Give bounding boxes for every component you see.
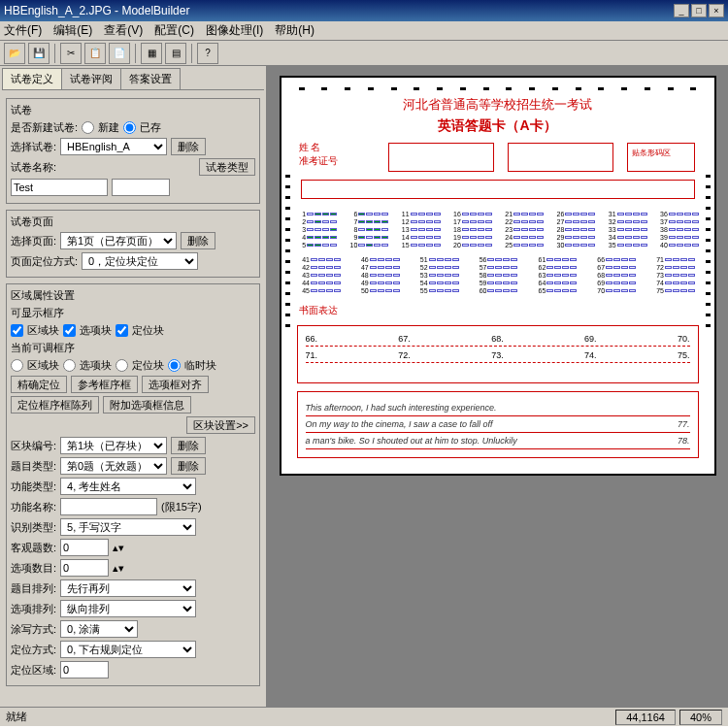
add-option-button[interactable]: 附加选项框信息 xyxy=(103,396,191,414)
status-ready: 就绪 xyxy=(6,710,27,724)
page-locate-select[interactable]: 0，定位块定位 xyxy=(82,252,198,270)
window-title: HBEnglish_A_2.JPG - ModelBuilder xyxy=(4,4,674,17)
func-name-input[interactable] xyxy=(60,498,157,515)
q-type-label: 题目类型: xyxy=(11,459,56,474)
side-marks-left xyxy=(285,175,290,327)
paper-group: 试卷 是否新建试卷: 新建 已存 选择试卷: HBEnglish_A 删除 试卷… xyxy=(6,98,260,204)
smear-select[interactable]: 0, 涂满 xyxy=(60,620,138,638)
page-group-title: 试卷页面 xyxy=(11,215,255,229)
rb-temp[interactable] xyxy=(168,359,181,372)
open-icon[interactable]: 📂 xyxy=(4,43,25,64)
tab-definition[interactable]: 试卷定义 xyxy=(2,68,62,89)
q-type-select[interactable]: 第0题（无效题） xyxy=(60,457,167,475)
rb-option[interactable] xyxy=(63,359,76,372)
spinner-icon[interactable]: ▴▾ xyxy=(113,562,124,575)
tool2-icon[interactable]: ▤ xyxy=(165,43,186,64)
tool-icon[interactable]: ▦ xyxy=(141,43,162,64)
area-num-label: 区块编号: xyxy=(11,439,56,453)
menu-image[interactable]: 图像处理(I) xyxy=(206,22,263,39)
toolbar: 📂 💾 ✂ 📋 📄 ▦ ▤ ? xyxy=(0,41,728,66)
menu-help[interactable]: 帮助(H) xyxy=(275,22,314,39)
paper-group-title: 试卷 xyxy=(11,103,255,117)
delete-area-button[interactable]: 删除 xyxy=(171,437,206,454)
tab-answer[interactable]: 答案设置 xyxy=(120,68,181,89)
rb-area[interactable] xyxy=(11,359,23,372)
recog-type-label: 识别类型: xyxy=(11,520,56,535)
page-locate-label: 页面定位方式: xyxy=(11,254,78,269)
essay-area: This afternoon, I had such interesting e… xyxy=(297,391,699,458)
locate-mode-select[interactable]: 0, 下右规则定位 xyxy=(60,641,196,658)
area-group: 区域属性设置 可显示框序 区域块 选项块 定位块 当前可调框序 区域块 选项块 … xyxy=(6,283,260,686)
cb-option-block[interactable] xyxy=(63,324,76,337)
save-icon[interactable]: 💾 xyxy=(28,43,50,64)
spinner-icon[interactable]: ▴▾ xyxy=(113,542,124,554)
bubble-block: 4142434445 xyxy=(300,256,341,294)
obj-q-input[interactable] xyxy=(60,539,109,556)
paper-name-label: 试卷名称: xyxy=(11,160,56,175)
preview-pane[interactable]: 河北省普通高等学校招生统一考试 英语答题卡（A卡） 姓 名 准考证号 贴条形码区 xyxy=(267,66,728,707)
func-type-label: 功能类型: xyxy=(11,480,56,494)
help-icon[interactable]: ? xyxy=(197,43,218,64)
show-frame-label: 可显示框序 xyxy=(11,306,64,320)
bubble-block: 12345 xyxy=(296,211,337,248)
func-name-hint: (限15字) xyxy=(161,500,202,514)
status-coords: 44,1164 xyxy=(615,710,676,725)
select-paper[interactable]: HBEnglish_A xyxy=(60,138,167,155)
locate-seq-button[interactable]: 定位框序框陈列 xyxy=(11,396,99,414)
recog-type-select[interactable]: 5, 手写汉字 xyxy=(60,518,196,536)
func-name-label: 功能名称: xyxy=(11,500,56,514)
barcode-box: 贴条形码区 xyxy=(627,143,695,172)
bubble-block: 1617181920 xyxy=(451,211,492,248)
paper-name-ext[interactable] xyxy=(112,179,170,196)
paper-name-input[interactable] xyxy=(11,179,108,196)
menu-view[interactable]: 查看(V) xyxy=(104,22,143,39)
cut-icon[interactable]: ✂ xyxy=(60,43,82,64)
adjust-frame-label: 当前可调框序 xyxy=(11,341,75,355)
bubble-block: 678910 xyxy=(347,211,388,248)
bubble-block: 5657585960 xyxy=(477,256,517,294)
bubble-block: 2627282930 xyxy=(554,211,595,248)
align-option-button[interactable]: 选项框对齐 xyxy=(142,376,209,393)
sidebar: 试卷定义 试卷评阅 答案设置 试卷 是否新建试卷: 新建 已存 选择试卷: HB… xyxy=(0,66,267,707)
locate-area-input[interactable] xyxy=(60,661,109,678)
q-arrange-select[interactable]: 先行再列 xyxy=(60,579,196,597)
tab-review[interactable]: 试卷评阅 xyxy=(61,68,121,89)
cb-locate-block[interactable] xyxy=(116,324,128,337)
close-button[interactable]: × xyxy=(709,4,724,17)
info-box-2 xyxy=(508,143,613,172)
timing-marks-top xyxy=(289,85,707,92)
opt-arrange-label: 选项排列: xyxy=(11,602,56,616)
minimize-button[interactable]: _ xyxy=(674,4,689,17)
menu-config[interactable]: 配置(C) xyxy=(154,22,194,39)
paper-type-button[interactable]: 试卷类型 xyxy=(199,158,255,176)
bubble-block: 6667686970 xyxy=(595,256,636,294)
select-page[interactable]: 第1页（已存页面） xyxy=(60,232,177,249)
select-page-label: 选择页面: xyxy=(11,234,56,248)
copy-icon[interactable]: 📋 xyxy=(84,43,106,64)
precise-locate-button[interactable]: 精确定位 xyxy=(11,376,67,393)
opt-arrange-select[interactable]: 纵向排列 xyxy=(60,600,196,617)
option-num-input[interactable] xyxy=(60,559,109,577)
delete-q-button[interactable]: 删除 xyxy=(171,457,206,475)
radio-exist[interactable] xyxy=(123,121,136,134)
title-bar: HBEnglish_A_2.JPG - ModelBuilder _ □ × xyxy=(0,0,728,21)
maximize-button[interactable]: □ xyxy=(691,4,707,17)
select-paper-label: 选择试卷: xyxy=(11,140,56,154)
func-type-select[interactable]: 4, 考生姓名 xyxy=(60,478,196,495)
cb-area-block[interactable] xyxy=(11,324,23,337)
bubble-block: 3637383940 xyxy=(658,211,699,248)
ref-frame-button[interactable]: 参考框序框 xyxy=(71,376,138,393)
bubble-block: 3132333435 xyxy=(607,211,647,248)
page-group: 试卷页面 选择页面: 第1页（已存页面） 删除 页面定位方式: 0，定位块定位 xyxy=(6,210,260,278)
delete-button[interactable]: 删除 xyxy=(171,138,206,155)
status-zoom: 40% xyxy=(679,710,722,725)
area-num-select[interactable]: 第1块（已存块） xyxy=(60,437,167,454)
menu-file[interactable]: 文件(F) xyxy=(4,22,42,39)
paste-icon[interactable]: 📄 xyxy=(109,43,130,64)
area-setting-button[interactable]: 区块设置>> xyxy=(186,416,255,434)
bubble-block: 7172737475 xyxy=(654,256,695,294)
delete-page-button[interactable]: 删除 xyxy=(181,232,215,249)
rb-locate[interactable] xyxy=(116,359,128,372)
menu-edit[interactable]: 编辑(E) xyxy=(53,22,92,39)
radio-new[interactable] xyxy=(82,121,94,134)
